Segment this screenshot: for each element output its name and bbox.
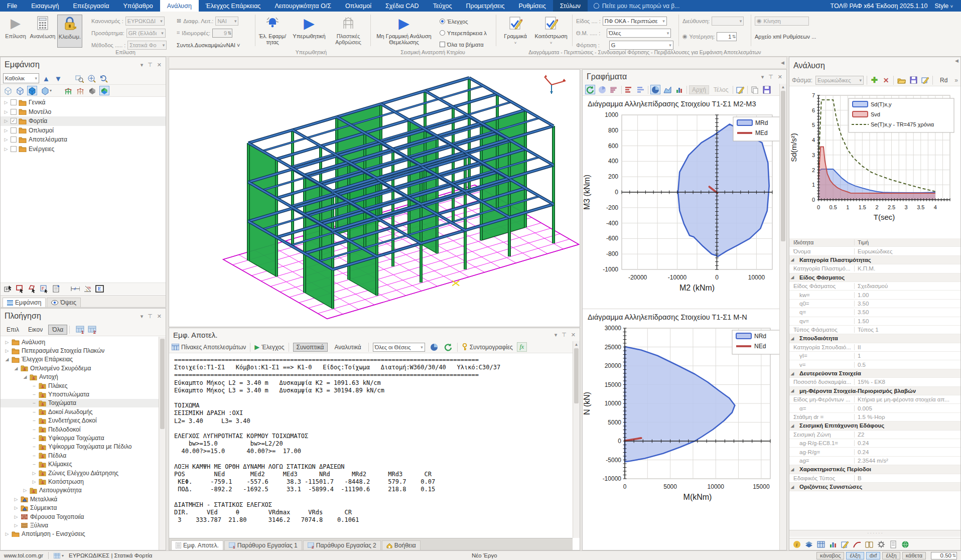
property-row-q=[interactable]: q=3.50 [789, 308, 960, 317]
chart-hbars-blue-icon[interactable] [636, 85, 646, 94]
property-section-Κατηγορία Πλαστιμότητας[interactable]: ◢Κατηγορία Πλαστιμότητας [789, 256, 960, 264]
display-tree-item-Γενικά[interactable]: ▷Γενικά [1, 98, 166, 107]
properties-sheet-icon[interactable] [51, 284, 61, 294]
table-icon[interactable] [816, 539, 826, 549]
edit-icon[interactable] [840, 539, 850, 549]
kanonismos-select[interactable]: ΕΥΡΩΚΩΔΙ▾ [125, 17, 165, 26]
expand-arrow-icon[interactable]: ▷ [4, 100, 9, 105]
zoom-previous-icon[interactable] [98, 74, 108, 83]
property-row-Ποσοστό δυσκαμψία...[interactable]: Ποσοστό δυσκαμψία...15% - EK8 [789, 378, 960, 386]
angle-icon[interactable]: % [82, 284, 92, 294]
expand-arrow-icon[interactable]: ◢ [23, 374, 28, 379]
edit-icon[interactable] [921, 75, 929, 85]
curve-icon[interactable] [852, 539, 862, 549]
linear-diagrams-button[interactable]: Γραμμικά˅ [500, 15, 531, 48]
property-row-Σεισμική Ζώνη[interactable]: Σεισμική ΖώνηZ2 [789, 431, 960, 439]
expand-arrow-icon[interactable]: ▷ [4, 128, 9, 133]
visibility-checkbox[interactable] [11, 99, 17, 105]
nav-tree-item-Ζώνες Ελέγχου Διάτρησης[interactable]: ▷BΖώνες Ελέγχου Διάτρησης [1, 469, 166, 477]
eidos-select[interactable]: ΠΦ ΟΚΑ - Περιπτώσε▾ [603, 17, 667, 26]
nav-tree-item-Κλίμακες[interactable]: –BΚλίμακες [1, 460, 166, 468]
info-icon[interactable]: i [792, 539, 802, 549]
website-link[interactable]: www.tol.com.gr [4, 552, 43, 558]
spectrum-select[interactable]: Ευρωκώδικες▾ [815, 76, 864, 85]
wireframe-view-icon[interactable] [3, 86, 13, 95]
nav-tree-item-Κοιτόστρωση[interactable]: ▷BΚοιτόστρωση [1, 477, 166, 486]
motion-button[interactable]: ◉Κίνηση [755, 17, 809, 26]
layers-icon[interactable] [804, 539, 814, 549]
visibility-checkbox[interactable]: ✓ [11, 118, 17, 124]
nav-tree-item-Πεδιλοδοκοί[interactable]: –BΠεδιλοδοκοί [1, 425, 166, 434]
grid-selector[interactable]: ▾ [54, 553, 64, 558]
property-row-γI=[interactable]: γI=1 [789, 352, 960, 360]
expand-arrow-icon[interactable]: – [32, 418, 37, 423]
summary-toggle[interactable]: Συνοπτικά [293, 343, 328, 352]
bottom-tab-Παράθυρο Εργασίας 1[interactable]: 1Παράθυρο Εργασίας 1 [224, 540, 302, 550]
work-window-1-icon[interactable]: 1 [75, 325, 85, 335]
methodos-select[interactable]: Στατικά Φο▾ [127, 41, 167, 50]
status-toggle-κάναβος-0[interactable]: κάναβος [816, 552, 844, 559]
collapse-arrow-icon[interactable]: ◀ [955, 58, 958, 63]
property-row-v=[interactable]: v=0.5 [789, 360, 960, 369]
expand-arrow-icon[interactable]: ▷ [23, 488, 28, 493]
chart-interaction-icon[interactable] [650, 85, 660, 94]
nav-tree-item-Οπλισμένο Σκυρόδεμα[interactable]: ◢BΟπλισμένο Σκυρόδεμα [1, 364, 166, 372]
interaction-chart-m2m3[interactable]: -1000-800-600-400-20002004006008001000-2… [583, 109, 783, 307]
nav-tree-item-Υψίκορμα Τοιχώματα[interactable]: –BΥψίκορμα Τοιχώματα [1, 434, 166, 442]
move-up-icon[interactable]: ▲ [41, 74, 51, 83]
menu-tab-Ανάλυση[interactable]: Ανάλυση [160, 0, 199, 12]
status-toggle-έλξη-1[interactable]: έλξη [846, 552, 864, 559]
nav-tab-ola[interactable]: Όλα [48, 325, 67, 335]
expand-arrow-icon[interactable]: – [32, 383, 37, 388]
property-section-μη-Φέροντα Στοιχεία-Περιορισμός βλαβών[interactable]: ◢μη-Φέροντα Στοιχεία-Περιορισμός βλαβών [789, 387, 960, 395]
solid-gray-model-icon[interactable] [87, 86, 97, 95]
work-window-2-icon[interactable]: 2 [87, 325, 97, 335]
display-tree-item-Φορτία[interactable]: ▷✓Φορτία [1, 116, 166, 126]
expand-arrow-icon[interactable]: ▷ [4, 147, 9, 152]
chart-end-button[interactable]: Τέλος [711, 86, 731, 94]
dimension-icon[interactable]: d [70, 284, 80, 294]
visibility-checkbox[interactable] [11, 127, 17, 133]
status-toggle-dxf-2[interactable]: dxf [866, 552, 881, 559]
lock-button[interactable]: Κλειδωμ. [57, 15, 82, 48]
nav-tree-item-Φέρουσα Τοιχοποιία[interactable]: ▷Φέρουσα Τοιχοποιία [1, 512, 166, 521]
close-icon[interactable]: ✕ [157, 62, 162, 68]
expand-arrow-icon[interactable]: – [32, 436, 37, 441]
panel-dropdown-icon[interactable]: ▾ [761, 74, 764, 80]
globe-icon[interactable] [900, 539, 910, 549]
menu-tab-Προμετρήσεις[interactable]: Προμετρήσεις [459, 0, 512, 12]
expand-arrow-icon[interactable]: ◢ [5, 357, 10, 362]
tell-me-search[interactable]: Πείτε μου πως μπορώ να β... [588, 0, 686, 12]
abbreviations-button[interactable]: Συντομογραφίες [462, 343, 513, 351]
expand-arrow-icon[interactable]: ▷ [5, 348, 10, 353]
nav-scrollbar[interactable] [159, 337, 166, 550]
delete-icon[interactable]: ✕ [882, 75, 890, 85]
nav-tree-item-Πλάκες[interactable]: –BΠλάκες [1, 381, 166, 390]
expand-arrow-icon[interactable]: ▷ [14, 523, 19, 528]
panel-dropdown-icon[interactable]: ▾ [555, 332, 558, 338]
frame-nodes-view-icon[interactable] [63, 86, 73, 95]
positions-select[interactable]: Όλες οι Θέσεις▾ [373, 343, 425, 352]
expand-arrow-icon[interactable]: ▷ [32, 471, 37, 476]
hysteresis-spinner[interactable]: 1 [717, 32, 737, 41]
rd-button[interactable]: Rd [936, 76, 951, 85]
expand-arrow-icon[interactable]: – [32, 427, 37, 432]
chart-icon[interactable] [828, 539, 838, 549]
select-add-icon[interactable] [3, 284, 13, 294]
menu-tab-Έλεγχος Επάρκειας[interactable]: Έλεγχος Επάρκειας [199, 0, 268, 12]
chart-histogram-icon[interactable] [674, 85, 684, 94]
nav-tree-item-Σύμμεικτα[interactable]: ▷Σύμμεικτα [1, 503, 166, 512]
partial-solid-view-icon[interactable]: ▾ [39, 86, 53, 95]
detailed-toggle[interactable]: Αναλυτικά [332, 343, 364, 351]
panel-dropdown-icon[interactable]: ▾ [141, 62, 144, 68]
pushover-button[interactable]: ▶ Υπερωθητική [291, 15, 327, 48]
property-section-Δευτερεύοντα Στοιχεία[interactable]: ◢Δευτερεύοντα Στοιχεία [789, 369, 960, 378]
book-icon[interactable] [864, 539, 874, 549]
solid-view-icon[interactable] [27, 86, 37, 95]
close-icon[interactable]: ✕ [571, 332, 576, 338]
menu-tab-Υπόβαθρο[interactable]: Υπόβαθρο [116, 0, 160, 12]
property-section-Είδος Φάσματος[interactable]: ◢Είδος Φάσματος [789, 273, 960, 282]
pin-icon[interactable]: ⊤ [148, 62, 153, 68]
solid-color-model-icon[interactable] [99, 86, 109, 95]
xml-settings-button[interactable]: Αρχείο xml Ρυθμίσεων ... [755, 34, 816, 40]
